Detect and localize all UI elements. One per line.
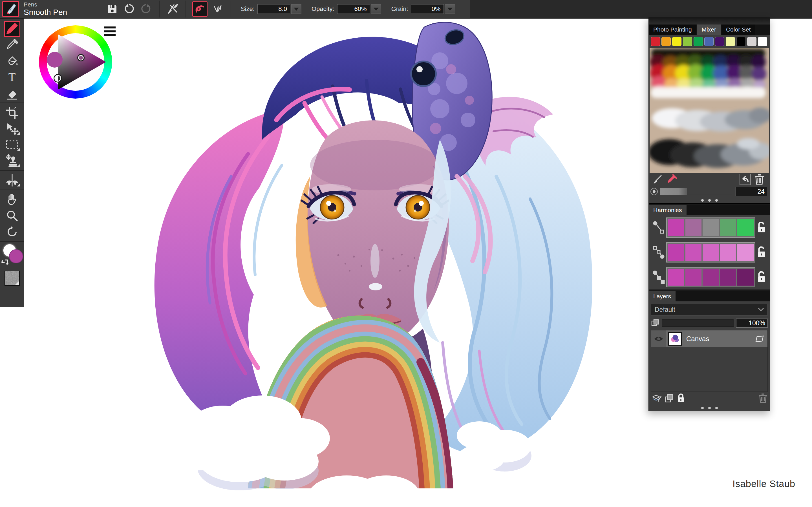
color-swatch[interactable] [686, 244, 702, 261]
size-label: Size: [241, 5, 255, 13]
color-swatch[interactable] [704, 37, 714, 46]
harmony-type-icon[interactable] [651, 244, 666, 261]
tool-magnifier[interactable] [0, 208, 24, 224]
color-swatch[interactable] [694, 37, 703, 46]
color-swatch[interactable] [703, 219, 719, 236]
unlock-icon[interactable] [755, 220, 768, 235]
size-dropdown-button[interactable] [291, 4, 301, 14]
tool-dropper[interactable] [0, 37, 24, 53]
brush-ghost-icon[interactable] [166, 1, 179, 17]
tab-photo-painting[interactable]: Photo Painting [649, 24, 696, 35]
color-wheel[interactable] [36, 22, 121, 107]
layer-opacity-value[interactable]: 100% [736, 319, 768, 328]
mixer-brush-icon[interactable] [652, 174, 664, 185]
grain-input[interactable]: 0% [411, 4, 444, 14]
color-panel-menu-icon[interactable] [104, 26, 116, 36]
tool-cloner[interactable] [0, 153, 24, 169]
color-swatch[interactable] [661, 37, 671, 46]
blend-mode-dropdown[interactable]: Default [651, 304, 768, 316]
layers-title[interactable]: Layers [649, 291, 675, 301]
color-swatch[interactable] [720, 219, 737, 236]
swap-colors-icon[interactable] [1, 259, 8, 266]
unlock-icon[interactable] [755, 269, 768, 285]
layer-opacity-track[interactable] [662, 320, 734, 327]
harmony-type-icon[interactable] [651, 219, 666, 236]
panel-header-strip[interactable] [649, 18, 770, 24]
text-tool-glyph: T [8, 71, 16, 83]
layer-commands-icon[interactable] [652, 393, 662, 403]
color-swatch[interactable] [758, 37, 767, 46]
opacity-dropdown-button[interactable] [371, 4, 381, 14]
brush-selector-icon[interactable] [2, 1, 19, 17]
unlock-icon[interactable] [755, 244, 768, 260]
color-swatch[interactable] [686, 219, 702, 236]
stroke-preview-icon[interactable] [211, 1, 224, 17]
color-swatch[interactable] [737, 244, 754, 261]
harmony-row [649, 215, 770, 240]
chevron-down-icon [758, 307, 764, 312]
stroke-preview-selected-icon[interactable] [192, 1, 207, 17]
color-swatch[interactable] [683, 37, 692, 46]
color-swatch[interactable] [737, 269, 754, 286]
saturation-cursor[interactable] [77, 54, 85, 61]
color-swatch[interactable] [651, 37, 660, 46]
color-swatch[interactable] [715, 37, 724, 46]
color-swatch[interactable] [737, 219, 754, 236]
color-swatch[interactable] [747, 37, 756, 46]
delete-layer-icon[interactable] [759, 393, 767, 403]
harmony-row [649, 240, 770, 265]
brush-size-value[interactable]: 24 [735, 187, 767, 196]
tool-text[interactable]: T [0, 69, 24, 85]
undo-button[interactable] [122, 1, 136, 17]
harmony-type-icon[interactable] [651, 269, 666, 286]
main-color-swatch[interactable] [9, 249, 23, 263]
color-swatch[interactable] [672, 37, 681, 46]
mixer-dropper-icon[interactable] [666, 174, 678, 185]
tool-grabber[interactable] [0, 191, 24, 208]
grain-dropdown-button[interactable] [445, 4, 455, 14]
size-input[interactable]: 8.0 [257, 4, 290, 14]
color-swatch[interactable] [720, 244, 737, 261]
hue-cursor[interactable] [54, 74, 62, 82]
slider-knob-icon[interactable] [651, 188, 658, 195]
current-color-indicator [47, 52, 63, 68]
tool-mirror-painting[interactable] [0, 172, 24, 188]
layer-visibility-toggle[interactable] [651, 330, 666, 347]
tool-paint-bucket[interactable] [0, 53, 24, 69]
tool-crop[interactable] [0, 105, 24, 121]
reset-canvas-icon[interactable] [739, 174, 751, 185]
size-control: Size: 8.0 [241, 4, 301, 14]
brush-size-track[interactable] [660, 188, 732, 195]
layer-row-canvas[interactable]: Canvas [651, 330, 767, 347]
clear-trash-icon[interactable] [753, 174, 765, 185]
tool-brush[interactable] [0, 21, 24, 37]
tool-rectangular-selection[interactable] [0, 136, 24, 153]
color-swatch[interactable] [726, 37, 735, 46]
duplicate-layer-icon[interactable] [665, 394, 674, 403]
color-swatch[interactable] [737, 37, 746, 46]
redo-button[interactable] [139, 1, 153, 17]
color-swatch[interactable] [703, 269, 719, 286]
tool-eraser[interactable] [0, 85, 24, 101]
tool-rotate-page[interactable] [0, 224, 24, 240]
tab-color-set[interactable]: Color Set [721, 24, 755, 35]
color-swatch[interactable] [720, 269, 737, 286]
main-color-selector[interactable] [0, 243, 24, 268]
toolbox: T [0, 18, 24, 307]
paper-texture-selector[interactable] [4, 271, 20, 286]
layer-thumbnail[interactable] [668, 332, 682, 346]
mixer-pad[interactable] [650, 48, 769, 173]
panel-grip[interactable] [649, 405, 770, 411]
color-swatch[interactable] [668, 269, 684, 286]
harmonies-title[interactable]: Harmonies [649, 205, 687, 215]
color-swatch[interactable] [686, 269, 702, 286]
color-swatch[interactable] [668, 219, 684, 236]
tab-mixer[interactable]: Mixer [697, 24, 721, 35]
panel-grip[interactable] [649, 197, 770, 203]
tool-layer-adjuster[interactable] [0, 121, 24, 136]
color-swatch[interactable] [668, 244, 684, 261]
save-button[interactable] [105, 1, 119, 17]
color-swatch[interactable] [703, 244, 719, 261]
lock-layer-icon[interactable] [677, 393, 685, 403]
opacity-input[interactable]: 60% [337, 4, 370, 14]
